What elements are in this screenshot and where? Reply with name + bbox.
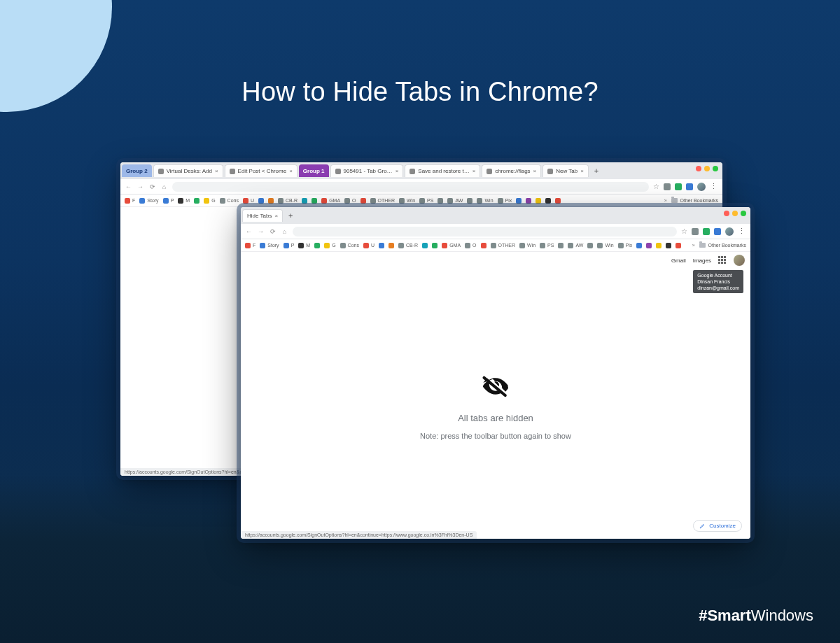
bookmark-item[interactable]: CB-R [278,198,298,204]
new-tab-button[interactable]: + [592,166,601,176]
bookmark-item[interactable]: AW [568,243,583,248]
extension-icon[interactable] [703,228,710,235]
back-button[interactable]: ← [245,227,253,235]
extension-icon[interactable] [664,183,671,190]
bookmark-item[interactable]: F [125,198,135,204]
bookmark-item[interactable] [302,198,307,204]
bookmark-item[interactable] [194,198,200,204]
bookmark-item[interactable] [467,198,472,204]
gmail-link[interactable]: Gmail [671,257,686,264]
bookmark-item[interactable]: OTHER [370,198,396,204]
bookmark-item[interactable]: Cons [220,198,239,204]
menu-button[interactable]: ⋮ [738,227,746,236]
bookmark-item[interactable]: PS [540,243,554,248]
tab-group-2[interactable]: Group 2 [122,164,152,177]
extension-icon[interactable] [714,228,721,235]
tab[interactable]: Virtual Desks: Add× [153,164,223,177]
bookmark-item[interactable] [555,198,561,204]
extension-icon[interactable] [686,183,693,190]
minimize-window-button[interactable] [704,166,710,171]
bookmark-item[interactable] [526,198,531,204]
bookmark-item[interactable] [545,198,551,204]
apps-grid-icon[interactable] [718,256,727,264]
tab[interactable]: Save and restore t…× [405,164,480,177]
bookmark-item[interactable]: M [178,198,190,204]
bookmark-item[interactable]: U [243,198,254,204]
bookmark-item[interactable] [676,243,681,248]
reload-button[interactable]: ⟳ [148,183,156,190]
extension-icon[interactable] [692,228,699,235]
bookmark-item[interactable] [666,243,671,248]
bookmark-item[interactable]: OTHER [491,243,516,248]
bookmark-item[interactable]: U [363,243,374,248]
close-tab-icon[interactable]: × [289,168,293,174]
close-tab-icon[interactable]: × [580,168,584,174]
bookmark-item[interactable]: O [344,198,356,204]
back-button[interactable]: ← [125,183,132,190]
bookmark-item[interactable]: GMA [442,243,461,248]
bookmark-item[interactable] [481,243,486,248]
close-window-button[interactable] [696,166,701,171]
tab[interactable]: New Tab× [542,164,589,177]
customize-button[interactable]: Customize [693,520,742,532]
images-link[interactable]: Images [693,257,711,264]
bookmark-item[interactable] [360,198,366,204]
tab-group-1[interactable]: Group 1 [299,164,329,177]
bookmark-item[interactable] [656,243,662,248]
bookmark-item[interactable] [258,198,264,204]
bookmark-item[interactable]: CB-R [398,243,418,248]
close-tab-icon[interactable]: × [396,168,399,174]
bookmark-item[interactable]: Win [477,198,493,204]
extension-icon[interactable] [675,183,682,190]
address-bar[interactable] [172,182,649,192]
bookmark-item[interactable]: AW [447,198,463,204]
home-button[interactable]: ⌂ [281,227,288,235]
profile-avatar[interactable] [697,183,706,191]
bookmark-item[interactable]: P [163,198,174,204]
bookmark-item[interactable]: Win [597,243,613,248]
bookmark-item[interactable]: Win [399,198,415,204]
bookmark-star-icon[interactable]: ☆ [681,227,687,235]
forward-button[interactable]: → [257,227,265,235]
bookmark-item[interactable]: Pix [618,243,633,248]
bookmark-item[interactable] [646,243,652,248]
close-tab-icon[interactable]: × [472,168,476,174]
bookmark-item[interactable]: Story [139,198,158,204]
tab[interactable]: Edit Post < Chrome× [225,164,298,177]
reload-button[interactable]: ⟳ [269,227,276,235]
bookmark-item[interactable]: O [465,243,476,248]
bookmark-item[interactable]: Story [260,243,279,248]
account-avatar[interactable] [734,255,745,266]
bookmark-item[interactable] [438,198,443,204]
maximize-window-button[interactable] [713,166,718,171]
minimize-window-button[interactable] [732,211,738,216]
close-tab-icon[interactable]: × [274,213,278,219]
close-window-button[interactable] [724,211,729,216]
bookmark-item[interactable]: GMA [321,198,340,204]
tab[interactable]: 905491 - Tab Gro…× [330,164,404,177]
home-button[interactable]: ⌂ [160,183,168,190]
bookmarks-overflow-icon[interactable]: » [664,198,667,203]
bookmark-item[interactable] [314,243,320,248]
other-bookmarks-folder[interactable]: Other Bookmarks [699,243,746,248]
bookmark-item[interactable] [516,198,522,204]
bookmarks-overflow-icon[interactable]: » [692,243,695,248]
bookmark-item[interactable]: M [298,243,310,248]
bookmark-item[interactable] [558,243,564,248]
bookmark-item[interactable]: G [204,198,215,204]
bookmark-item[interactable]: G [324,243,335,248]
bookmark-star-icon[interactable]: ☆ [653,183,659,190]
bookmark-item[interactable] [432,243,438,248]
bookmark-item[interactable] [587,243,593,248]
menu-button[interactable]: ⋮ [710,182,718,191]
bookmark-item[interactable] [388,243,394,248]
other-bookmarks-folder[interactable]: Other Bookmarks [671,198,718,203]
maximize-window-button[interactable] [741,211,746,216]
close-tab-icon[interactable]: × [533,168,537,174]
bookmark-item[interactable]: F [245,243,255,248]
bookmark-item[interactable] [536,198,541,204]
tab-hide-tabs[interactable]: Hide Tabs × [242,209,283,222]
close-tab-icon[interactable]: × [215,168,218,174]
bookmark-item[interactable] [268,198,274,204]
bookmark-item[interactable] [422,243,428,248]
